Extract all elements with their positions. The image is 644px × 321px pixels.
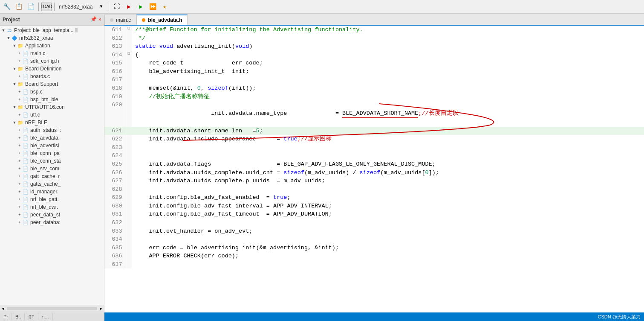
expand-auth[interactable]: +: [17, 128, 22, 133]
tree-item-bspbtn[interactable]: + 📄 bsp_btn_ble.: [0, 96, 104, 103]
expand-utfc[interactable]: +: [17, 112, 22, 117]
line-fold-635[interactable]: [126, 244, 132, 252]
tree-item-nrfgatt[interactable]: + 📄 nrf_ble_gatt.: [0, 196, 104, 203]
expand-bleadv[interactable]: +: [17, 135, 22, 140]
line-fold-633[interactable]: [126, 227, 132, 236]
expand-idmgr[interactable]: +: [17, 189, 22, 194]
tree-item-boardsc[interactable]: + 📄 boards.c: [0, 73, 104, 80]
expand-boardsup[interactable]: ▼: [12, 82, 17, 87]
code-scroll[interactable]: 611 ⊟ /**@brief Function for initializin…: [104, 26, 644, 312]
toolbar-icon-green2[interactable]: ⏩: [147, 2, 158, 12]
expand-nrf[interactable]: ▼: [6, 35, 11, 41]
tree-item-nrf[interactable]: ▼ 🔷 nrf52832_xxaa: [0, 34, 104, 42]
line-fold-636[interactable]: [126, 252, 132, 260]
tree-item-boarddef[interactable]: ▼ 📁 Board Definition: [0, 65, 104, 73]
tree-item-peerdata[interactable]: + 📄 peer_data_st: [0, 211, 104, 219]
line-fold-629[interactable]: [126, 193, 132, 202]
expand-root[interactable]: ▼: [1, 28, 6, 33]
tab-bleadvdata[interactable]: ble_advdata.h: [136, 15, 188, 25]
expand-bleadvert[interactable]: +: [17, 143, 22, 148]
tree-item-gattcache[interactable]: + 📄 gatt_cache_r: [0, 172, 104, 180]
line-fold-619[interactable]: [126, 93, 132, 101]
bottom-tab-f[interactable]: {}F: [25, 313, 38, 320]
line-fold-632[interactable]: [126, 219, 132, 227]
tree-item-auth[interactable]: + 📄 auth_status_:: [0, 126, 104, 134]
tree-item-utfc[interactable]: + 📄 utf.c: [0, 111, 104, 119]
toolbar-icon-red1[interactable]: ▶: [124, 2, 134, 12]
tree-item-nrfqwr[interactable]: + 📄 nrf_ble_qwr.: [0, 203, 104, 211]
tree-item-idmgr[interactable]: + 📄 id_manager.: [0, 188, 104, 196]
line-fold-622[interactable]: [126, 135, 132, 143]
line-fold-617[interactable]: [126, 76, 132, 84]
line-fold-614[interactable]: ⊟: [126, 51, 132, 59]
expand-bleconnst[interactable]: +: [17, 158, 22, 163]
expand-nrfble[interactable]: ▼: [12, 120, 17, 125]
toolbar-icon-load[interactable]: LOAD: [41, 3, 52, 11]
bottom-tab-pr[interactable]: Pr: [0, 313, 12, 320]
line-fold-637[interactable]: [126, 260, 132, 269]
toolbar-icon-green1[interactable]: ▶: [136, 2, 146, 12]
expand-peerdb[interactable]: +: [17, 220, 22, 225]
scroll-right-arrow[interactable]: ▶: [98, 306, 104, 311]
tree-item-bleconn[interactable]: + 📄 ble_conn_pa: [0, 149, 104, 157]
line-fold-618[interactable]: [126, 84, 132, 93]
line-fold-612[interactable]: [126, 34, 132, 43]
line-fold-623[interactable]: [126, 143, 132, 152]
expand-gattcache[interactable]: +: [17, 174, 22, 179]
tree-item-bleadv[interactable]: + 📄 ble_advdata.: [0, 134, 104, 142]
toolbar-icon-cursor[interactable]: ⛶: [112, 2, 122, 12]
bottom-tab-b[interactable]: B..: [12, 313, 25, 320]
tree-item-nrfble[interactable]: ▼ 📁 nRF_BLE: [0, 119, 104, 126]
tree-item-root[interactable]: ▼ 🗂 Project: ble_app_templa...: [0, 26, 104, 34]
tree-item-boardsup[interactable]: ▼ 📁 Board Support: [0, 80, 104, 88]
expand-nrfgatt[interactable]: +: [17, 197, 22, 202]
tree-item-mainc[interactable]: + 📄 main.c: [0, 50, 104, 57]
close-icon[interactable]: ✕: [98, 16, 101, 23]
toolbar-icon-3[interactable]: 📄: [26, 2, 36, 12]
expand-sdk[interactable]: +: [17, 58, 22, 64]
line-fold-634[interactable]: [126, 235, 132, 244]
line-fold-627[interactable]: [126, 177, 132, 185]
line-fold-624[interactable]: [126, 152, 132, 160]
tree-item-utf[interactable]: ▼ 📁 UTF8/UTF16.con: [0, 103, 104, 111]
line-fold-628[interactable]: [126, 185, 132, 194]
toolbar-dropdown[interactable]: ▼: [96, 2, 106, 12]
tree-item-bleconnst[interactable]: + 📄 ble_conn_sta: [0, 157, 104, 165]
scroll-left-arrow[interactable]: ◀: [0, 306, 6, 311]
line-fold-620[interactable]: [126, 101, 132, 127]
toolbar-icon-star[interactable]: ★: [159, 2, 170, 12]
line-fold-616[interactable]: [126, 67, 132, 76]
expand-gattscache[interactable]: +: [17, 181, 22, 187]
line-fold-626[interactable]: [126, 169, 132, 177]
toolbar-icon-2[interactable]: 📋: [14, 2, 24, 12]
tree-item-application[interactable]: ▼ 📁 Application: [0, 42, 104, 50]
expand-bspc[interactable]: +: [17, 89, 22, 94]
line-fold-615[interactable]: [126, 59, 132, 67]
expand-utf[interactable]: ▼: [12, 105, 17, 110]
bottom-tab-t[interactable]: ↑↓..: [38, 313, 53, 320]
expand-boardsc[interactable]: +: [17, 74, 22, 79]
line-fold-621[interactable]: [126, 127, 132, 135]
line-fold-625[interactable]: [126, 160, 132, 169]
toolbar-icon-1[interactable]: 🔧: [2, 2, 12, 12]
tree-item-bleadvert[interactable]: + 📄 ble_advertisi: [0, 142, 104, 149]
expand-bleconn[interactable]: +: [17, 151, 22, 156]
tree-item-gattscache[interactable]: + 📄 gatts_cache_: [0, 180, 104, 188]
line-fold-631[interactable]: [126, 210, 132, 219]
tree-item-blesrv[interactable]: + 📄 ble_srv_com: [0, 165, 104, 172]
expand-mainc[interactable]: +: [17, 51, 22, 56]
line-fold-613[interactable]: [126, 42, 132, 51]
tree-item-peerdb[interactable]: + 📄 peer_databa:: [0, 219, 104, 226]
tree-item-sdk[interactable]: + 📄 sdk_config.h: [0, 57, 104, 65]
line-fold-611[interactable]: ⊟: [126, 26, 132, 34]
pin-icon[interactable]: 📌: [90, 16, 97, 23]
expand-peerdata[interactable]: +: [17, 212, 22, 217]
tab-mainc[interactable]: main.c: [104, 15, 136, 25]
expand-bspbtn[interactable]: +: [17, 97, 22, 102]
expand-app[interactable]: ▼: [12, 43, 17, 48]
line-fold-630[interactable]: [126, 202, 132, 210]
tree-item-bspc[interactable]: + 📄 bsp.c: [0, 88, 104, 96]
expand-blesrv[interactable]: +: [17, 166, 22, 171]
expand-boarddef[interactable]: ▼: [12, 66, 17, 71]
expand-nrfqwr[interactable]: +: [17, 204, 22, 210]
